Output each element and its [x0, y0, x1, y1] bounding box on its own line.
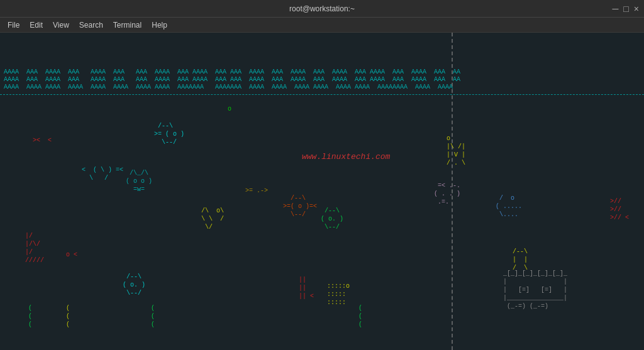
wave-row-1: AAAA AAA AAAA AAA AAAA AAA AAA AAAA AAA …: [0, 76, 644, 83]
jellyfish-cyan: /\_/\ ( o o ) =w=: [126, 169, 152, 194]
close-button[interactable]: ×: [634, 4, 639, 13]
minimize-button[interactable]: ─: [612, 4, 618, 13]
menu-item-terminal[interactable]: Terminal: [108, 19, 147, 31]
fish-red-left: >< <: [33, 136, 52, 145]
horizontal-divider: [0, 94, 644, 95]
hexfish-cyan-2: /--\ ( o. ) \--/: [123, 273, 145, 297]
fish-blue-right: / o ( ..... \....: [496, 194, 522, 219]
structure-right: _[_]_[_]_[_]_[_]_ | | | [=] [=] | |_____…: [503, 270, 567, 310]
seaweed-yellow-right: /--\ | | / \: [513, 248, 528, 272]
wave-row-0: AAAA AAA AAAA AAA AAAA AAA AAA AAAA AAA …: [0, 68, 644, 75]
hexfish-green: /--\ ( o. ) \--/: [321, 207, 343, 231]
seaweed-right: ( ( (: [358, 304, 362, 329]
fish-small: >= .->: [245, 187, 268, 195]
bubble-1: o: [228, 105, 231, 113]
window-title: root@workstation:~: [289, 4, 355, 13]
fish-red-small: o <: [66, 251, 77, 259]
jellyfish-yellow-right: o |\ /| | V | / . \: [447, 134, 465, 167]
crab-cyan: < ( \ ) =< \ /: [82, 166, 123, 182]
fish-dots-center: || || || <: [299, 276, 314, 300]
titlebar: root@workstation:~ ─ □ ×: [0, 0, 644, 18]
menu-item-file[interactable]: File: [3, 19, 25, 31]
wave-row-2: AAAA AAAA AAAA AAAA AAAA AAAA AAAA AAAA …: [0, 84, 644, 90]
seaweed-green-left: ( ( (: [28, 304, 32, 329]
hexfish-cyan-1: /--\ >= ( o ) \--/: [154, 122, 184, 146]
hexfish-center: /--\ >=( o )=< \--/: [283, 194, 317, 219]
hexfish-yellow: /\ o\ \ \ / \/: [201, 207, 224, 231]
menu-item-help[interactable]: Help: [147, 19, 172, 31]
seaweed-red-left: |/ |/\/ |/ /////: [25, 232, 44, 265]
menu-item-search[interactable]: Search: [74, 19, 108, 31]
seaweed-green-2: ( ( (: [66, 304, 70, 329]
menubar: FileEditViewSearchTerminalHelp: [0, 18, 644, 33]
fish-red-right: >// >// >// <: [610, 197, 629, 222]
terminal-area: AAAA AAA AAAA AAA AAAA AAA AAA AAAA AAA …: [0, 33, 644, 350]
dots-fish-center: :::::o ::::: :::::: [327, 282, 350, 307]
seaweed-green-3: ( ( (: [151, 304, 155, 329]
watermark: www.linuxtechi.com: [302, 152, 390, 161]
fish-dots-right: =< .-. ( . . ) .=.: [434, 182, 460, 206]
menu-item-edit[interactable]: Edit: [25, 19, 48, 31]
window-controls: ─ □ ×: [612, 4, 639, 13]
maximize-button[interactable]: □: [623, 4, 628, 13]
menu-item-view[interactable]: View: [48, 19, 74, 31]
